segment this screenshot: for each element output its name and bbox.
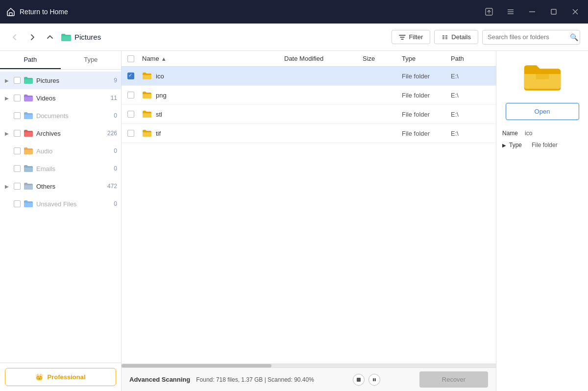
scrollbar-thumb[interactable] [122,364,271,367]
back-button[interactable] [8,30,22,44]
folder-icon [142,91,152,99]
file-meta: Name ico ▶ Type File folder [502,130,582,153]
play-icon: ▶ [502,143,506,148]
home-icon [6,7,16,17]
main-layout: Path Type ▶ Pictures 9 ▶ [0,51,588,391]
recover-button[interactable]: Recover [419,371,488,388]
documents-count: 0 [107,112,117,119]
sidebar-footer: 👑 Professional [0,363,121,391]
home-button[interactable]: Return to Home [6,7,482,17]
sidebar-item-videos[interactable]: ▶ Videos 11 [0,89,121,107]
table-row[interactable]: png File folder E:\ [122,86,496,105]
details-button[interactable]: Details [434,30,478,44]
col-size-label: Size [363,55,375,62]
breadcrumb: Pictures [61,32,222,43]
preview-folder-icon [523,61,562,95]
checkbox-emails[interactable] [14,165,21,172]
tab-path[interactable]: Path [0,51,61,69]
breadcrumb-text: Pictures [74,33,101,41]
row-checkbox[interactable] [127,111,134,118]
col-modified-header[interactable]: Date Modified [284,55,363,62]
svg-rect-18 [536,70,549,79]
videos-count: 11 [107,95,117,101]
documents-label: Documents [36,112,104,120]
folder-icon [142,72,152,80]
file-name: stl [142,110,284,119]
checkbox-unsaved[interactable] [14,200,21,207]
sidebar-item-archives[interactable]: ▶ Archives 226 [0,124,121,142]
meta-type-row: ▶ Type File folder [502,142,582,148]
tab-type[interactable]: Type [61,51,122,69]
table-row[interactable]: stl File folder E:\ [122,105,496,124]
close-button[interactable] [568,5,582,19]
file-type: File folder [402,73,451,80]
stop-button[interactable] [353,374,365,386]
file-name: tif [142,129,284,138]
file-path: E:\ [451,73,490,80]
maximize-button[interactable] [547,5,561,19]
col-type-label: Type [402,55,416,62]
checkbox-videos[interactable] [14,95,21,101]
upload-button[interactable] [482,5,496,19]
meta-name-value: ico [525,130,532,137]
checkbox-audio[interactable] [14,147,21,154]
menu-button[interactable] [504,5,517,19]
pictures-label: Pictures [36,77,104,84]
row-checkbox[interactable]: ✓ [127,73,134,79]
col-path-header[interactable]: Path [451,55,490,62]
search-box[interactable]: 🔍 [482,30,580,45]
search-input[interactable] [488,33,570,41]
meta-type-label: Type [509,142,529,148]
pictures-count: 9 [107,77,117,84]
sidebar-items: ▶ Pictures 9 ▶ [0,70,121,363]
table-row[interactable]: tif File folder E:\ [122,124,496,143]
audio-count: 0 [107,147,117,154]
search-icon[interactable]: 🔍 [570,33,578,41]
expand-icon: ▶ [5,78,11,83]
checkbox-others[interactable] [14,183,21,190]
open-button[interactable]: Open [506,103,579,120]
sidebar-item-documents[interactable]: ▶ Documents 0 [0,107,121,124]
videos-label: Videos [36,95,104,102]
archives-label: Archives [36,130,104,137]
row-checkbox[interactable] [127,92,134,98]
file-path: E:\ [451,92,490,99]
status-bar: Advanced Scanning Found: 718 files, 1.37… [122,367,496,391]
checkbox-pictures[interactable] [14,77,21,84]
sidebar-item-audio[interactable]: ▶ Audio 0 [0,142,121,160]
open-label: Open [535,108,550,115]
file-type: File folder [402,92,451,99]
minimize-button[interactable] [525,5,539,19]
file-name-text: tif [156,130,161,137]
table-row[interactable]: ✓ ico File folder E:\ [122,67,496,86]
file-name-text: png [156,92,167,99]
col-size-header[interactable]: Size [363,55,402,62]
file-name: png [142,91,284,99]
sidebar-item-unsaved[interactable]: ▶ Unsaved Files 0 [0,195,121,213]
row-checkbox[interactable] [127,130,134,137]
status-title: Advanced Scanning [129,376,190,383]
home-label: Return to Home [20,8,68,16]
select-all-checkbox[interactable] [127,55,134,62]
sidebar-item-emails[interactable]: ▶ Emails 0 [0,160,121,177]
pause-button[interactable] [368,374,380,386]
professional-button[interactable]: 👑 Professional [5,368,116,386]
titlebar: Return to Home [0,0,588,24]
filter-button[interactable]: Filter [392,30,430,44]
sidebar-item-pictures[interactable]: ▶ Pictures 9 [0,72,121,89]
forward-button[interactable] [25,30,39,44]
col-type-header[interactable]: Type [402,55,451,62]
audio-icon [24,146,33,156]
checkbox-documents[interactable] [14,112,21,119]
up-button[interactable] [43,30,57,44]
sidebar-item-others[interactable]: ▶ Others 472 [0,177,121,195]
breadcrumb-icon [61,32,72,43]
sidebar: Path Type ▶ Pictures 9 ▶ [0,51,122,391]
archives-count: 226 [107,130,117,137]
emails-count: 0 [107,165,117,172]
checkbox-archives[interactable] [14,130,21,137]
col-name-header[interactable]: Name ▲ [142,55,284,62]
audio-label: Audio [36,147,104,155]
folder-icon [142,110,152,119]
svg-rect-16 [373,378,374,381]
